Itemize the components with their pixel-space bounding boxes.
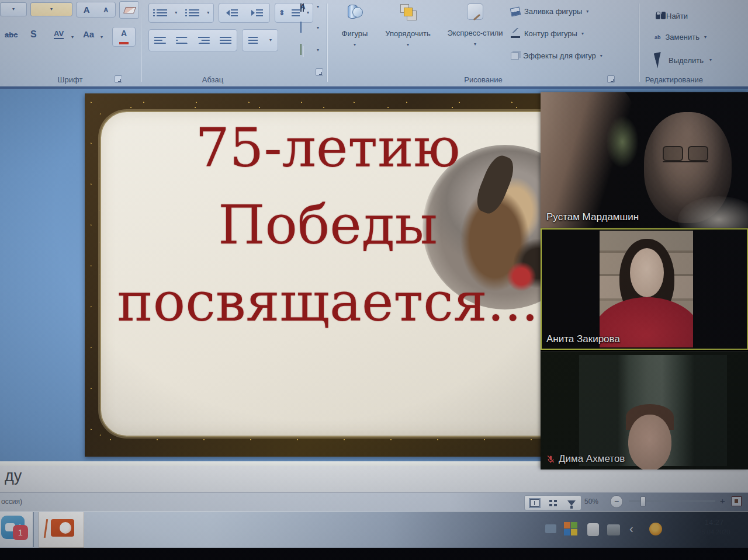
slide-title-line2: Победы [106, 187, 550, 264]
line-spacing-button[interactable]: ⇕ ▾ [275, 3, 313, 23]
bullets-icon[interactable] [157, 9, 167, 17]
ribbon-group-font: ▾ ▾ A A abc S AV ▾ Aa ▾ A Шрифт [0, 0, 140, 86]
replace-button[interactable]: ab Заменить ▾ [654, 33, 707, 41]
align-right-icon[interactable] [198, 37, 210, 44]
numbering-icon[interactable] [189, 9, 199, 17]
powerpoint-icon [51, 519, 74, 537]
select-button[interactable]: Выделить ▾ [656, 53, 712, 68]
taskbar-clock[interactable]: 14:27 25.04.2020 [685, 517, 743, 537]
chevron-down-icon: ▾ [586, 9, 588, 14]
change-case-button[interactable]: Aa [83, 29, 94, 39]
columns-icon [248, 37, 258, 44]
font-size-combo[interactable]: ▾ [30, 2, 72, 16]
replace-icon: ab [654, 34, 661, 40]
chevron-down-icon: ▾ [175, 11, 177, 15]
quick-styles-label: Экспресс-стили [441, 29, 510, 37]
smartart-icon [300, 44, 302, 55]
slide-sorter-button[interactable] [549, 500, 557, 506]
arrange-label: Упорядочить [378, 29, 438, 38]
font-dialog-launcher[interactable] [115, 75, 122, 83]
video-tile-rustam[interactable]: Рустам Мардамшин [541, 92, 748, 228]
justify-icon[interactable] [220, 37, 231, 44]
chevron-down-icon: ▾ [12, 7, 15, 12]
decrease-indent-button[interactable] [226, 9, 238, 17]
chevron-down-icon: ▾ [317, 5, 319, 9]
font-color-button[interactable]: A [112, 27, 136, 47]
chevron-down-icon: ▾ [71, 35, 74, 40]
chevron-down-icon: ▾ [207, 11, 209, 15]
view-switcher [524, 495, 581, 510]
increase-indent-button[interactable] [251, 9, 263, 17]
ribbon-group-editing: Найти ab Заменить ▾ Выделить ▾ Редактиро… [640, 0, 748, 86]
align-text-icon [300, 22, 302, 33]
drawing-group-label: Рисование [328, 75, 638, 84]
shape-fill-button[interactable]: Заливка фигуры ▾ [511, 7, 588, 16]
drawing-dialog-launcher[interactable] [607, 75, 615, 83]
group-separator [141, 4, 141, 82]
normal-view-button[interactable] [530, 499, 539, 507]
chevron-down-icon: ▾ [581, 32, 584, 36]
quick-styles-button[interactable]: Экспресс-стили ▾ [441, 4, 510, 48]
device-tray-icon[interactable] [587, 523, 599, 536]
participant-video [600, 231, 693, 347]
paragraph-dialog-launcher[interactable] [316, 68, 323, 76]
taskbar-zoom-app-button[interactable]: 1 [0, 512, 34, 547]
eraser-icon [123, 5, 135, 15]
tray-expand-chevron-icon[interactable]: ‹ [629, 522, 633, 535]
text-direction-button[interactable]: A [300, 1, 306, 12]
shape-effects-button[interactable]: Эффекты для фигур ▾ [511, 51, 602, 60]
shapes-button[interactable]: Фигуры ▾ [335, 4, 374, 48]
strikethrough-button[interactable]: abc [5, 30, 18, 39]
select-label: Выделить [669, 56, 704, 65]
windows-logo-icon[interactable] [564, 522, 577, 535]
arrange-button[interactable]: Упорядочить ▾ [378, 4, 438, 48]
participant-face [630, 248, 664, 297]
browser-tray-icon[interactable] [649, 523, 662, 535]
paint-bucket-icon [510, 6, 521, 16]
group-separator [639, 4, 639, 82]
clear-formatting-button[interactable] [119, 1, 139, 19]
shapes-label: Фигуры [335, 29, 374, 38]
indent-left-icon [226, 10, 230, 16]
taskbar-powerpoint-button[interactable] [39, 512, 84, 548]
align-left-icon[interactable] [154, 37, 166, 44]
slideshow-button[interactable] [567, 500, 576, 506]
clock-date: 25.04.2020 [685, 527, 743, 537]
grow-font-button[interactable]: A [84, 5, 90, 15]
shape-outline-button[interactable]: Контур фигуры ▾ [511, 29, 584, 38]
font-name-combo[interactable]: ▾ [0, 2, 27, 16]
participant-face [628, 415, 671, 469]
find-button[interactable]: Найти [656, 12, 688, 20]
arrange-icon [400, 4, 416, 20]
zoom-out-button[interactable]: − [610, 495, 623, 508]
zoom-in-button[interactable]: + [720, 496, 725, 506]
fit-to-window-button[interactable] [732, 496, 742, 506]
convert-smartart-button[interactable] [300, 44, 302, 55]
paragraph-group-label: Абзац [143, 75, 283, 84]
video-tile-dima[interactable]: Дима Ахметов [541, 351, 748, 469]
character-spacing-button[interactable]: AV [54, 29, 64, 39]
columns-button[interactable]: ▾ [242, 29, 278, 51]
align-text-button[interactable] [300, 22, 302, 33]
video-tile-anita[interactable]: Анита Закирова [541, 228, 748, 350]
language-status-text: оссия) [1, 498, 22, 506]
notes-text: ду [5, 467, 22, 485]
shrink-font-button[interactable]: A [103, 6, 108, 13]
zoom-slider-thumb[interactable] [640, 496, 646, 507]
chevron-down-icon: ▾ [101, 35, 103, 40]
align-center-icon[interactable] [176, 37, 188, 44]
shapes-icon [347, 4, 363, 20]
slide-title-text[interactable]: 75-летию Победы посвящается... [106, 110, 550, 341]
effects-cube-icon [511, 53, 519, 60]
ribbon-group-drawing: Фигуры ▾ Упорядочить ▾ Экспресс-стили ▾ … [328, 0, 638, 86]
language-indicator-icon[interactable] [545, 524, 556, 533]
font-color-swatch [119, 42, 129, 44]
find-label: Найти [666, 12, 688, 20]
updown-arrows-icon: ⇕ [279, 9, 285, 17]
participant-name-text: Дима Ахметов [559, 453, 625, 465]
notes-pane[interactable]: ду [0, 466, 748, 492]
utility-tray-icon[interactable] [607, 524, 620, 535]
text-shadow-button[interactable]: S [30, 29, 37, 40]
font-size-buttons: A A [76, 2, 116, 18]
slide-title-line3: посвящается... [106, 264, 550, 341]
